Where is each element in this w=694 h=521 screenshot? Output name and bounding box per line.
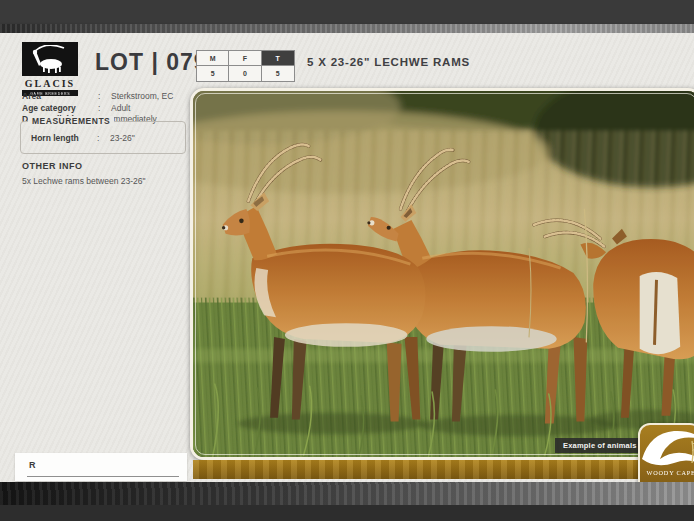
gold-bar [193,460,694,479]
sex-table-header-t: T [262,51,294,66]
other-info-text: 5x Lechwe rams between 23-26" [22,176,146,186]
metal-strip [0,24,694,33]
glacis-logo: GLACIS GAME BREEDERS [22,42,78,96]
glacis-name: GLACIS [22,78,78,89]
woody-cape-name: WOODY CAPE [647,470,694,477]
lechwe-photo [193,91,694,457]
photo-caption-badge: Example of animals [555,438,645,453]
top-bar [0,0,694,24]
detail-value: Sterkstroom, EC [111,91,187,103]
sex-table-header-f: F [229,51,261,66]
detail-row-area: Area : Sterkstroom, EC [22,91,187,103]
measurements-title: MEASUREMENTS [28,116,114,126]
sex-table-value-t: 5 [262,66,294,81]
price-field[interactable]: R [15,453,187,481]
detail-label: Area [22,91,98,103]
sex-table: M F T 5 0 5 [196,50,295,82]
measurement-row-horn-length: Horn length : 23-26" [31,133,185,143]
measurement-value: 23-26" [110,133,185,143]
woody-cape-horn-icon [640,425,694,469]
photo-card: Example of animals [190,88,694,460]
sex-table-value-m: 5 [197,66,229,81]
detail-row-age-category: Age category : Adult [22,103,187,115]
lot-title: 5 X 23-26" LECHWE RAMS [307,56,470,68]
price-currency-label: R [29,460,36,470]
leather-bar [0,482,694,505]
price-underline [27,476,179,477]
glacis-antelope-icon [22,42,78,76]
content-panel: GLACIS GAME BREEDERS LOT | 079 M F T 5 0… [0,33,694,482]
measurement-separator: : [97,133,110,143]
lot-number: LOT | 079 [95,49,208,76]
detail-label: Age category [22,103,98,115]
detail-separator: : [98,91,111,103]
measurements-box: MEASUREMENTS Horn length : 23-26" [20,121,186,154]
sex-table-header-m: M [197,51,229,66]
detail-separator: : [98,103,111,115]
measurement-label: Horn length [31,133,97,143]
sex-table-value-f: 0 [229,66,261,81]
lot-catalog-page: GLACIS GAME BREEDERS LOT | 079 M F T 5 0… [0,0,694,521]
bottom-bar [0,505,694,521]
detail-value: Adult [111,103,187,115]
other-info-title: OTHER INFO [22,161,83,171]
